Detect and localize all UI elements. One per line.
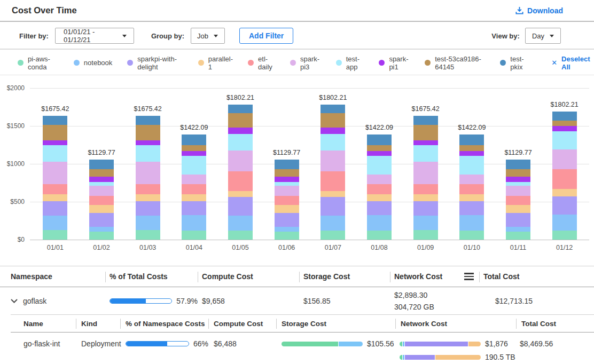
bar-segment-pi-aws-conda[interactable] [413, 230, 438, 240]
bar-segment-test-app[interactable] [182, 156, 206, 175]
bar-segment-notebook[interactable] [89, 227, 114, 232]
bar-segment-sparkpi-with-delight[interactable] [321, 197, 345, 216]
bar-segment-sparkpi-with-delight[interactable] [43, 201, 67, 216]
legend-item-test-app[interactable]: test-app [336, 55, 364, 71]
stacked-bar-01/06[interactable] [275, 160, 299, 240]
bar-segment-test-app[interactable] [552, 131, 577, 149]
bar-segment-parallel-1[interactable] [367, 194, 392, 201]
legend-item-notebook[interactable]: notebook [74, 59, 113, 67]
bar-segment-test-53ca9186-64145[interactable] [367, 145, 392, 151]
bar-segment-sparkpi-with-delight[interactable] [367, 201, 392, 215]
stacked-bar-01/12[interactable] [552, 112, 577, 240]
bar-segment-test-pkix[interactable] [552, 112, 577, 121]
namespace-cell[interactable]: goflask [0, 297, 105, 305]
bar-segment-pi-aws-conda[interactable] [228, 231, 253, 240]
bar-segment-sparkpi-with-delight[interactable] [182, 201, 206, 215]
stacked-bar-01/10[interactable] [459, 134, 484, 240]
bar-segment-spark-pi1[interactable] [506, 177, 530, 182]
bar-segment-notebook[interactable] [136, 216, 160, 231]
bar-segment-test-pkix[interactable] [89, 160, 114, 169]
stacked-bar-01/04[interactable] [182, 134, 206, 240]
bar-segment-test-app[interactable] [459, 156, 484, 175]
bar-segment-spark-pi3[interactable] [367, 175, 392, 184]
bar-segment-parallel-1[interactable] [228, 191, 253, 197]
group-by-select[interactable]: Job [191, 28, 225, 44]
bar-segment-test-app[interactable] [506, 182, 530, 186]
bar-segment-notebook[interactable] [182, 215, 206, 231]
bar-segment-pi-aws-conda[interactable] [182, 231, 206, 240]
bar-segment-etl-daily[interactable] [275, 196, 299, 205]
download-button[interactable]: Download [515, 6, 563, 15]
bar-segment-sparkpi-with-delight[interactable] [413, 201, 438, 216]
bar-segment-test-app[interactable] [228, 134, 253, 151]
bar-segment-test-53ca9186-64145[interactable] [89, 169, 114, 176]
bar-segment-pi-aws-conda[interactable] [506, 232, 530, 239]
bar-segment-test-pkix[interactable] [182, 134, 206, 145]
bar-segment-pi-aws-conda[interactable] [552, 231, 577, 240]
bar-segment-test-53ca9186-64145[interactable] [182, 145, 206, 151]
legend-item-etl-daily[interactable]: etl-daily [248, 55, 275, 71]
legend-item-spark-pi3[interactable]: spark-pi3 [290, 55, 321, 71]
bar-segment-spark-pi3[interactable] [136, 162, 160, 184]
bar-segment-etl-daily[interactable] [43, 184, 67, 194]
bar-segment-test-53ca9186-64145[interactable] [506, 169, 530, 176]
legend-item-parallel-1[interactable]: parallel-1 [198, 55, 233, 71]
bar-segment-spark-pi1[interactable] [413, 140, 438, 146]
bar-segment-test-app[interactable] [413, 145, 438, 162]
bar-segment-parallel-1[interactable] [136, 194, 160, 201]
bar-segment-parallel-1[interactable] [413, 194, 438, 201]
bar-segment-etl-daily[interactable] [413, 184, 438, 194]
bar-segment-notebook[interactable] [459, 215, 484, 231]
bar-segment-sparkpi-with-delight[interactable] [136, 201, 160, 216]
bar-segment-etl-daily[interactable] [367, 184, 392, 195]
bar-segment-spark-pi3[interactable] [459, 175, 484, 184]
bar-segment-test-53ca9186-64145[interactable] [321, 113, 345, 128]
column-menu-icon[interactable] [464, 273, 474, 280]
bar-segment-notebook[interactable] [367, 215, 392, 231]
bar-segment-parallel-1[interactable] [459, 194, 484, 201]
bar-segment-test-pkix[interactable] [275, 160, 299, 169]
stacked-bar-01/05[interactable] [228, 105, 253, 240]
bar-segment-pi-aws-conda[interactable] [89, 232, 114, 239]
bar-segment-parallel-1[interactable] [552, 189, 577, 196]
bar-segment-spark-pi1[interactable] [89, 177, 114, 182]
bar-segment-test-pkix[interactable] [367, 134, 392, 145]
bar-segment-etl-daily[interactable] [321, 171, 345, 191]
bar-segment-etl-daily[interactable] [459, 184, 484, 195]
bar-segment-pi-aws-conda[interactable] [321, 231, 345, 240]
bar-segment-test-53ca9186-64145[interactable] [459, 145, 484, 151]
bar-segment-etl-daily[interactable] [89, 196, 114, 205]
bar-segment-notebook[interactable] [413, 216, 438, 231]
legend-item-test-53ca9186-64145[interactable]: test-53ca9186-64145 [425, 55, 485, 71]
legend-item-test-pkix[interactable]: test-pkix [500, 55, 529, 71]
legend-item-pi-aws-conda[interactable]: pi-aws-conda [18, 55, 59, 71]
bar-segment-spark-pi1[interactable] [321, 128, 345, 134]
bar-segment-notebook[interactable] [43, 216, 67, 231]
bar-segment-pi-aws-conda[interactable] [43, 230, 67, 240]
bar-segment-spark-pi1[interactable] [182, 151, 206, 156]
bar-segment-parallel-1[interactable] [275, 205, 299, 213]
stacked-bar-01/01[interactable] [43, 116, 67, 240]
bar-segment-test-53ca9186-64145[interactable] [552, 121, 577, 126]
bar-segment-parallel-1[interactable] [506, 205, 530, 213]
bar-segment-spark-pi3[interactable] [413, 162, 438, 184]
bar-segment-test-pkix[interactable] [321, 105, 345, 114]
bar-segment-parallel-1[interactable] [321, 191, 345, 197]
stacked-bar-01/07[interactable] [321, 105, 345, 240]
bar-segment-test-53ca9186-64145[interactable] [413, 125, 438, 140]
bar-segment-parallel-1[interactable] [182, 194, 206, 201]
subtable-row-go-flask-int[interactable]: go-flask-int Deployment 66% $6,488 $105.… [11, 333, 594, 364]
bar-segment-test-app[interactable] [367, 156, 392, 175]
bar-segment-sparkpi-with-delight[interactable] [89, 213, 114, 227]
bar-segment-spark-pi3[interactable] [275, 186, 299, 196]
bar-segment-test-pkix[interactable] [43, 116, 67, 125]
table-row-goflask[interactable]: goflask 57.9% $9,658 $156.85 $2,898.30 3… [0, 287, 594, 314]
view-by-select[interactable]: Day [525, 28, 561, 44]
bar-segment-test-pkix[interactable] [136, 116, 160, 125]
bar-segment-test-pkix[interactable] [228, 105, 253, 114]
stacked-bar-01/09[interactable] [413, 116, 438, 240]
bar-segment-spark-pi3[interactable] [43, 162, 67, 184]
bar-segment-sparkpi-with-delight[interactable] [459, 201, 484, 215]
stacked-bar-01/08[interactable] [367, 134, 392, 240]
bar-segment-notebook[interactable] [552, 215, 577, 231]
